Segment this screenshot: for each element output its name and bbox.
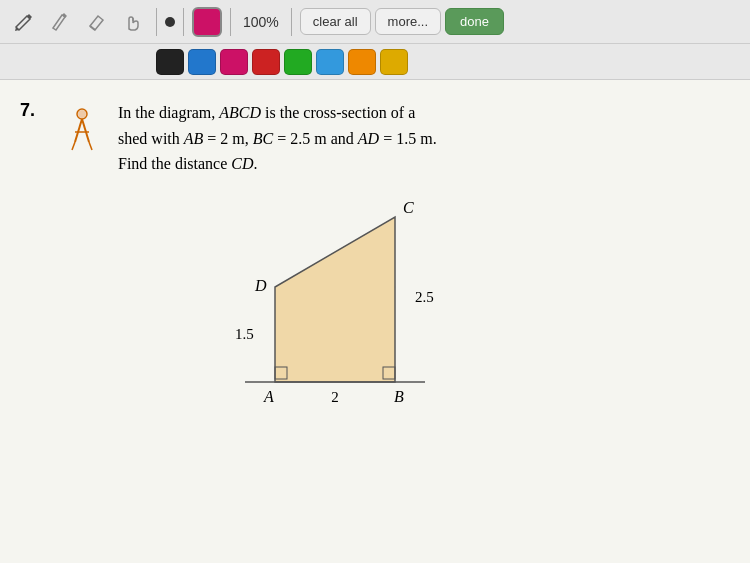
svg-point-8 xyxy=(78,110,86,118)
geometry-diagram: A B C D 2 2.5 1.5 xyxy=(215,187,535,427)
more-button[interactable]: more... xyxy=(375,8,441,35)
clear-all-button[interactable]: clear all xyxy=(300,8,371,35)
problem-line-3: Find the distance CD. xyxy=(118,151,437,177)
done-button[interactable]: done xyxy=(445,8,504,35)
svg-line-0 xyxy=(90,26,95,30)
svg-line-7 xyxy=(89,142,92,150)
problem-row: 7. In the diagram, ABCD is the cross-sec… xyxy=(20,100,730,177)
zoom-level: 100% xyxy=(243,14,279,30)
dim-BC: 2.5 xyxy=(415,289,434,305)
color-swatch-red[interactable] xyxy=(252,49,280,75)
pen-tool[interactable] xyxy=(8,6,40,38)
label-A: A xyxy=(263,388,274,405)
problem-line-1: In the diagram, ABCD is the cross-sectio… xyxy=(118,100,437,126)
color-swatch-sky[interactable] xyxy=(316,49,344,75)
color-swatch-yellow[interactable] xyxy=(380,49,408,75)
main-content: 7. In the diagram, ABCD is the cross-sec… xyxy=(0,80,750,437)
eraser-icon xyxy=(85,11,107,33)
color-swatch-magenta[interactable] xyxy=(220,49,248,75)
color-swatch-black[interactable] xyxy=(156,49,184,75)
eraser-tool[interactable] xyxy=(80,6,112,38)
shape-polygon xyxy=(275,217,395,382)
compass-icon xyxy=(62,104,102,158)
dim-AB: 2 xyxy=(331,389,339,405)
color-swatch-blue[interactable] xyxy=(188,49,216,75)
svg-line-6 xyxy=(72,142,75,150)
color-indicator xyxy=(165,17,175,27)
divider-3 xyxy=(230,8,231,36)
hand-tool[interactable] xyxy=(116,6,148,38)
divider-4 xyxy=(291,8,292,36)
toolbar: 100% clear all more... done xyxy=(0,0,750,44)
svg-line-3 xyxy=(75,119,82,142)
pen-icon xyxy=(13,11,35,33)
divider-2 xyxy=(183,8,184,36)
label-B: B xyxy=(394,388,404,405)
highlighter-tool[interactable] xyxy=(44,6,76,38)
color-palette-row xyxy=(0,44,750,80)
diagram-area: A B C D 2 2.5 1.5 xyxy=(20,187,730,427)
label-D: D xyxy=(254,277,267,294)
svg-line-4 xyxy=(82,119,89,142)
color-swatch-orange[interactable] xyxy=(348,49,376,75)
active-color-swatch[interactable] xyxy=(192,7,222,37)
hand-icon xyxy=(121,11,143,33)
divider-1 xyxy=(156,8,157,36)
problem-text: In the diagram, ABCD is the cross-sectio… xyxy=(118,100,437,177)
dim-AD: 1.5 xyxy=(235,326,254,342)
problem-line-2: shed with AB = 2 m, BC = 2.5 m and AD = … xyxy=(118,126,437,152)
highlighter-icon xyxy=(49,11,71,33)
problem-number: 7. xyxy=(20,100,50,121)
label-C: C xyxy=(403,199,414,216)
color-swatch-green[interactable] xyxy=(284,49,312,75)
